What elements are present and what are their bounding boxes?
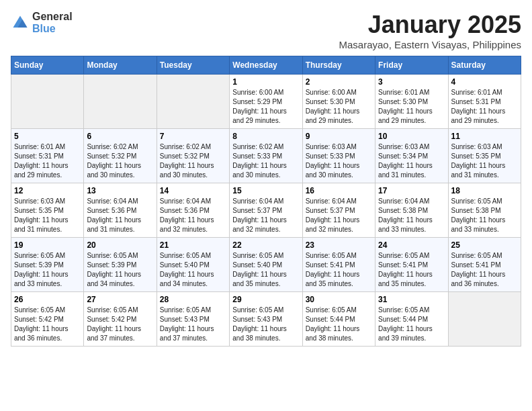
calendar-cell: 27Sunrise: 6:05 AM Sunset: 5:42 PM Dayli… [84,292,157,347]
day-number: 7 [160,132,226,141]
day-info: Sunrise: 6:05 AM Sunset: 5:41 PM Dayligh… [378,251,445,289]
calendar-week-row: 1Sunrise: 6:00 AM Sunset: 5:29 PM Daylig… [11,75,521,129]
day-info: Sunrise: 6:05 AM Sunset: 5:40 PM Dayligh… [160,251,226,289]
day-number: 26 [14,295,81,304]
day-info: Sunrise: 6:05 AM Sunset: 5:41 PM Dayligh… [306,251,372,289]
day-number: 29 [232,295,299,304]
day-info: Sunrise: 6:00 AM Sunset: 5:30 PM Dayligh… [306,88,372,126]
calendar-cell: 2Sunrise: 6:00 AM Sunset: 5:30 PM Daylig… [302,75,375,129]
day-info: Sunrise: 6:00 AM Sunset: 5:29 PM Dayligh… [232,88,299,126]
calendar-cell: 8Sunrise: 6:02 AM Sunset: 5:33 PM Daylig… [230,129,302,183]
weekday-header-cell: Tuesday [157,56,229,75]
day-number: 28 [160,295,226,304]
page-header: General Blue January 2025 Masarayao, Eas… [11,11,521,50]
day-info: Sunrise: 6:04 AM Sunset: 5:37 PM Dayligh… [306,197,372,234]
day-number: 3 [378,77,445,87]
calendar-cell: 13Sunrise: 6:04 AM Sunset: 5:36 PM Dayli… [84,183,157,238]
day-number: 18 [451,186,518,195]
day-number: 20 [87,240,153,250]
calendar-cell [448,292,521,347]
day-info: Sunrise: 6:01 AM Sunset: 5:31 PM Dayligh… [451,88,518,126]
day-number: 19 [14,240,81,250]
calendar-cell: 16Sunrise: 6:04 AM Sunset: 5:37 PM Dayli… [302,183,375,238]
day-info: Sunrise: 6:04 AM Sunset: 5:36 PM Dayligh… [87,197,153,234]
day-number: 17 [378,186,445,195]
calendar-cell: 5Sunrise: 6:01 AM Sunset: 5:31 PM Daylig… [11,129,84,183]
logo-blue-text: Blue [32,23,73,35]
day-info: Sunrise: 6:04 AM Sunset: 5:38 PM Dayligh… [378,197,445,234]
calendar-cell: 1Sunrise: 6:00 AM Sunset: 5:29 PM Daylig… [230,75,302,129]
day-info: Sunrise: 6:05 AM Sunset: 5:39 PM Dayligh… [14,251,81,289]
day-number: 1 [232,77,299,87]
day-number: 14 [160,186,226,195]
day-info: Sunrise: 6:03 AM Sunset: 5:33 PM Dayligh… [306,142,372,180]
calendar-cell: 17Sunrise: 6:04 AM Sunset: 5:38 PM Dayli… [375,183,448,238]
calendar-cell: 24Sunrise: 6:05 AM Sunset: 5:41 PM Dayli… [375,238,448,292]
day-number: 6 [87,132,153,141]
day-info: Sunrise: 6:05 AM Sunset: 5:39 PM Dayligh… [87,251,153,289]
calendar-week-row: 12Sunrise: 6:03 AM Sunset: 5:35 PM Dayli… [11,183,521,238]
day-info: Sunrise: 6:05 AM Sunset: 5:41 PM Dayligh… [451,251,518,289]
day-number: 9 [306,132,372,141]
calendar-table: SundayMondayTuesdayWednesdayThursdayFrid… [11,56,521,347]
calendar-cell: 3Sunrise: 6:01 AM Sunset: 5:30 PM Daylig… [375,75,448,129]
calendar-cell [11,75,84,129]
calendar-cell: 28Sunrise: 6:05 AM Sunset: 5:43 PM Dayli… [157,292,229,347]
logo: General Blue [11,11,73,34]
day-info: Sunrise: 6:03 AM Sunset: 5:35 PM Dayligh… [451,142,518,180]
day-number: 27 [87,295,153,304]
calendar-cell [157,75,229,129]
calendar-week-row: 26Sunrise: 6:05 AM Sunset: 5:42 PM Dayli… [11,292,521,347]
title-block: January 2025 Masarayao, Eastern Visayas,… [339,11,521,50]
day-info: Sunrise: 6:01 AM Sunset: 5:31 PM Dayligh… [14,142,81,180]
day-info: Sunrise: 6:05 AM Sunset: 5:43 PM Dayligh… [232,306,299,343]
calendar-cell: 9Sunrise: 6:03 AM Sunset: 5:33 PM Daylig… [302,129,375,183]
day-number: 5 [14,132,81,141]
calendar-week-row: 19Sunrise: 6:05 AM Sunset: 5:39 PM Dayli… [11,238,521,292]
calendar-cell: 19Sunrise: 6:05 AM Sunset: 5:39 PM Dayli… [11,238,84,292]
month-title: January 2025 [339,11,521,39]
calendar-cell [84,75,157,129]
day-number: 30 [306,295,372,304]
day-number: 16 [306,186,372,195]
day-info: Sunrise: 6:05 AM Sunset: 5:40 PM Dayligh… [232,251,299,289]
calendar-cell: 21Sunrise: 6:05 AM Sunset: 5:40 PM Dayli… [157,238,229,292]
day-info: Sunrise: 6:05 AM Sunset: 5:44 PM Dayligh… [306,306,372,343]
calendar-week-row: 5Sunrise: 6:01 AM Sunset: 5:31 PM Daylig… [11,129,521,183]
calendar-cell: 25Sunrise: 6:05 AM Sunset: 5:41 PM Dayli… [448,238,521,292]
calendar-cell: 6Sunrise: 6:02 AM Sunset: 5:32 PM Daylig… [84,129,157,183]
day-number: 24 [378,240,445,250]
day-number: 13 [87,186,153,195]
weekday-header-cell: Wednesday [230,56,302,75]
day-info: Sunrise: 6:01 AM Sunset: 5:30 PM Dayligh… [378,88,445,126]
day-number: 21 [160,240,226,250]
calendar-body: 1Sunrise: 6:00 AM Sunset: 5:29 PM Daylig… [11,75,521,347]
calendar-cell: 11Sunrise: 6:03 AM Sunset: 5:35 PM Dayli… [448,129,521,183]
calendar-cell: 31Sunrise: 6:05 AM Sunset: 5:44 PM Dayli… [375,292,448,347]
calendar-cell: 4Sunrise: 6:01 AM Sunset: 5:31 PM Daylig… [448,75,521,129]
day-info: Sunrise: 6:05 AM Sunset: 5:43 PM Dayligh… [160,306,226,343]
day-number: 4 [451,77,518,87]
calendar-cell: 14Sunrise: 6:04 AM Sunset: 5:36 PM Dayli… [157,183,229,238]
day-number: 15 [232,186,299,195]
day-info: Sunrise: 6:05 AM Sunset: 5:42 PM Dayligh… [14,306,81,343]
day-number: 23 [306,240,372,250]
day-number: 31 [378,295,445,304]
day-number: 2 [306,77,372,87]
calendar-cell: 22Sunrise: 6:05 AM Sunset: 5:40 PM Dayli… [230,238,302,292]
day-number: 11 [451,132,518,141]
location-title: Masarayao, Eastern Visayas, Philippines [339,39,521,50]
day-info: Sunrise: 6:04 AM Sunset: 5:36 PM Dayligh… [160,197,226,234]
calendar-cell: 15Sunrise: 6:04 AM Sunset: 5:37 PM Dayli… [230,183,302,238]
weekday-header-cell: Monday [84,56,157,75]
day-info: Sunrise: 6:05 AM Sunset: 5:42 PM Dayligh… [87,306,153,343]
day-info: Sunrise: 6:02 AM Sunset: 5:32 PM Dayligh… [87,142,153,180]
day-number: 25 [451,240,518,250]
weekday-header-cell: Thursday [302,56,375,75]
day-info: Sunrise: 6:04 AM Sunset: 5:37 PM Dayligh… [232,197,299,234]
day-number: 8 [232,132,299,141]
day-info: Sunrise: 6:02 AM Sunset: 5:33 PM Dayligh… [232,142,299,180]
calendar-cell: 30Sunrise: 6:05 AM Sunset: 5:44 PM Dayli… [302,292,375,347]
day-info: Sunrise: 6:05 AM Sunset: 5:38 PM Dayligh… [451,197,518,234]
weekday-header-row: SundayMondayTuesdayWednesdayThursdayFrid… [11,56,521,75]
